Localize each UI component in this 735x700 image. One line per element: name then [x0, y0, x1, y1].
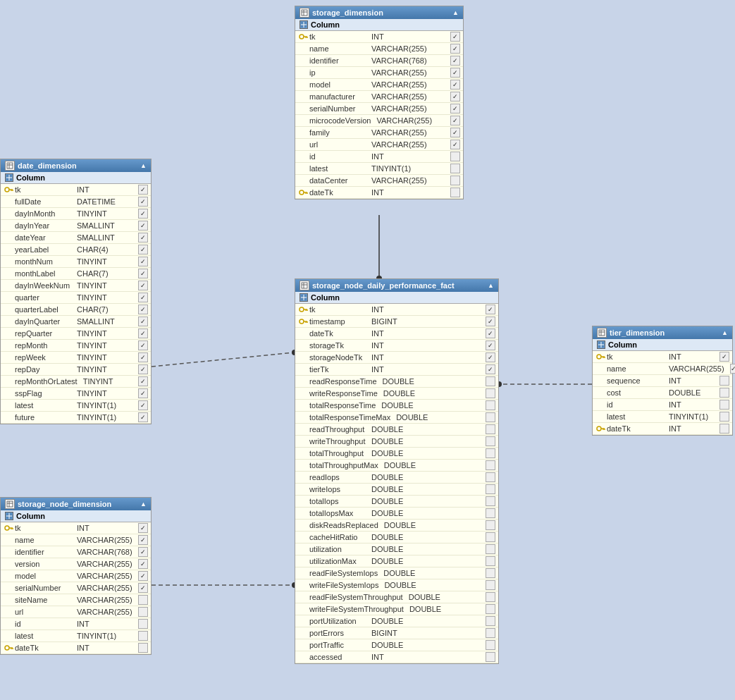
column-checkbox[interactable] [138, 185, 148, 195]
column-checkbox[interactable] [486, 317, 495, 326]
column-checkbox[interactable] [486, 532, 495, 542]
column-checkbox[interactable] [138, 535, 148, 545]
column-name: readResponseTime [309, 377, 377, 386]
table-header-expand-icon[interactable]: ▲ [140, 162, 147, 169]
column-checkbox[interactable] [719, 412, 729, 422]
column-name: diskReadsReplaced [309, 521, 378, 529]
table-storage_node_daily_performance_fact: storage_node_daily_performance_fact▲ Col… [295, 278, 499, 664]
column-checkbox[interactable] [450, 44, 460, 54]
column-checkbox[interactable] [138, 209, 148, 219]
column-checkbox[interactable] [450, 56, 460, 66]
column-type: INT [366, 152, 390, 161]
column-checkbox[interactable] [486, 305, 495, 314]
column-checkbox[interactable] [138, 643, 148, 653]
column-checkbox[interactable] [486, 424, 495, 434]
column-checkbox[interactable] [138, 364, 148, 374]
column-checkbox[interactable] [138, 523, 148, 533]
column-checkbox[interactable] [486, 328, 495, 338]
column-checkbox[interactable] [486, 544, 495, 554]
column-checkbox[interactable] [450, 80, 460, 90]
column-checkbox[interactable] [138, 559, 148, 569]
column-checkbox[interactable] [138, 352, 148, 362]
column-checkbox[interactable] [450, 140, 460, 149]
column-checkbox[interactable] [486, 400, 495, 410]
column-checkbox[interactable] [138, 607, 148, 617]
column-checkbox[interactable] [450, 164, 460, 173]
column-checkbox[interactable] [138, 305, 148, 314]
column-checkbox[interactable] [486, 568, 495, 578]
column-checkbox[interactable] [486, 340, 495, 350]
table-header-expand-icon[interactable]: ▲ [140, 501, 147, 508]
column-checkbox[interactable] [719, 424, 729, 434]
column-checkbox[interactable] [450, 176, 460, 185]
column-checkbox[interactable] [138, 257, 148, 266]
column-checkbox[interactable] [138, 293, 148, 302]
column-checkbox[interactable] [138, 317, 148, 326]
column-checkbox[interactable] [138, 595, 148, 605]
table-header-expand-icon[interactable]: ▲ [722, 329, 728, 336]
column-checkbox[interactable] [138, 388, 148, 398]
column-checkbox[interactable] [486, 520, 495, 530]
column-checkbox[interactable] [486, 484, 495, 494]
column-checkbox[interactable] [138, 221, 148, 231]
column-checkbox[interactable] [450, 128, 460, 137]
column-checkbox[interactable] [138, 400, 148, 410]
column-checkbox[interactable] [138, 233, 148, 242]
column-checkbox[interactable] [730, 364, 735, 374]
column-checkbox[interactable] [719, 388, 729, 398]
column-checkbox[interactable] [486, 508, 495, 518]
column-checkbox[interactable] [450, 104, 460, 113]
column-checkbox[interactable] [138, 583, 148, 593]
column-checkbox[interactable] [719, 376, 729, 386]
column-checkbox[interactable] [486, 448, 495, 458]
column-checkbox[interactable] [138, 412, 148, 422]
column-checkbox[interactable] [450, 152, 460, 161]
column-checkbox[interactable] [486, 388, 495, 398]
column-checkbox[interactable] [450, 92, 460, 102]
column-checkbox[interactable] [138, 340, 148, 350]
table-header-icon [597, 328, 607, 338]
column-checkbox[interactable] [486, 496, 495, 506]
column-checkbox[interactable] [450, 188, 460, 197]
table-header-expand-icon[interactable]: ▲ [488, 282, 494, 289]
column-name: dayInMonth [15, 209, 71, 218]
column-checkbox[interactable] [138, 571, 148, 581]
column-checkbox[interactable] [486, 604, 495, 614]
column-checkbox[interactable] [486, 616, 495, 626]
column-name: writeFileSystemThroughput [309, 605, 404, 613]
column-checkbox[interactable] [486, 364, 495, 374]
column-checkbox[interactable] [450, 68, 460, 78]
column-checkbox[interactable] [486, 352, 495, 362]
column-checkbox[interactable] [486, 376, 495, 386]
column-checkbox[interactable] [138, 269, 148, 278]
column-type: INT [663, 352, 687, 361]
column-checkbox[interactable] [486, 628, 495, 638]
column-checkbox[interactable] [719, 352, 729, 362]
column-checkbox[interactable] [138, 376, 148, 386]
column-checkbox[interactable] [486, 652, 495, 662]
column-type: VARCHAR(255) [71, 572, 138, 580]
column-checkbox[interactable] [486, 472, 495, 482]
column-checkbox[interactable] [138, 547, 148, 557]
column-checkbox[interactable] [486, 592, 495, 602]
column-checkbox[interactable] [719, 400, 729, 410]
column-checkbox[interactable] [486, 640, 495, 650]
column-checkbox[interactable] [138, 619, 148, 629]
column-checkbox[interactable] [138, 631, 148, 641]
column-checkbox[interactable] [486, 460, 495, 470]
table-storage_dimension: storage_dimension▲ Column tkINTnameVARCH… [295, 6, 464, 199]
column-checkbox[interactable] [450, 32, 460, 42]
column-checkbox[interactable] [138, 328, 148, 338]
column-checkbox[interactable] [138, 245, 148, 254]
column-checkbox[interactable] [486, 556, 495, 566]
column-checkbox[interactable] [486, 412, 495, 422]
column-checkbox[interactable] [486, 436, 495, 446]
table-header-storage_node_daily_performance_fact: storage_node_daily_performance_fact▲ [295, 279, 498, 292]
table-title: storage_node_daily_performance_fact [312, 281, 485, 290]
table-title: storage_node_dimension [18, 500, 137, 508]
column-checkbox[interactable] [486, 580, 495, 590]
column-checkbox[interactable] [450, 116, 460, 125]
table-header-expand-icon[interactable]: ▲ [452, 9, 459, 16]
column-checkbox[interactable] [138, 281, 148, 290]
column-checkbox[interactable] [138, 197, 148, 207]
